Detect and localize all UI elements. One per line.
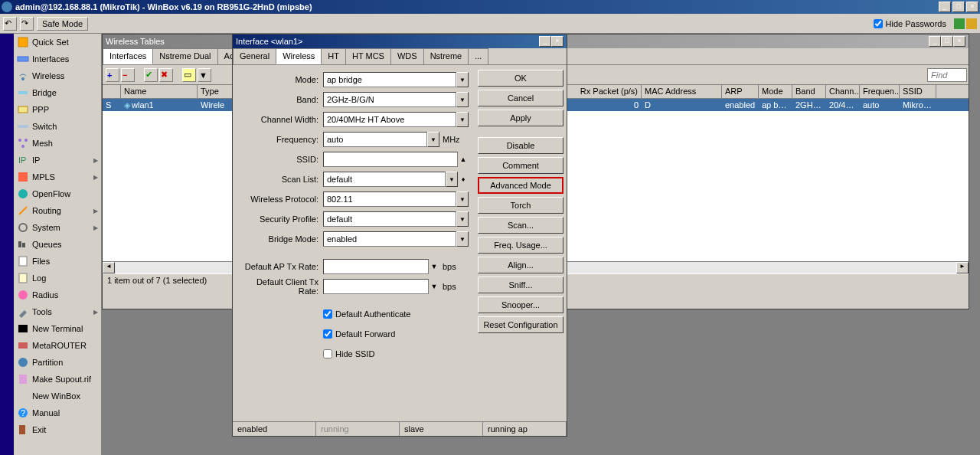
tab-general[interactable]: General <box>233 48 276 64</box>
col-flag[interactable] <box>103 85 121 98</box>
reset-config-button[interactable]: Reset Configuration <box>478 316 564 333</box>
tab-wireless[interactable]: Wireless <box>276 48 322 64</box>
safe-mode-button[interactable]: Safe Mode <box>37 17 88 31</box>
disable-button[interactable]: ✖ <box>159 68 173 82</box>
sidebar-item-system[interactable]: System▶ <box>14 219 101 236</box>
find-input[interactable] <box>927 68 967 82</box>
sidebar-item-wireless[interactable]: Wireless <box>14 67 101 84</box>
align-button[interactable]: Align... <box>478 257 564 273</box>
sidebar-item-new-terminal[interactable]: New Terminal <box>14 320 101 337</box>
maximize-button[interactable]: □ <box>941 36 953 47</box>
sidebar-item-interfaces[interactable]: Interfaces <box>14 51 101 67</box>
tab-interfaces[interactable]: Interfaces <box>103 48 153 64</box>
dialog-title-bar[interactable]: Interface <wlan1> _ × <box>233 34 567 48</box>
dropdown-button[interactable]: ▼ <box>456 231 469 247</box>
torch-button[interactable]: Torch <box>478 197 564 214</box>
sidebar-item-exit[interactable]: Exit <box>14 421 101 438</box>
col-rx-packet[interactable]: Rx Packet (p/s) <box>565 85 642 98</box>
sidebar-item-switch[interactable]: Switch <box>14 118 101 135</box>
scan-button[interactable]: Scan... <box>478 217 564 234</box>
sidebar-item-ppp[interactable]: PPP <box>14 101 101 118</box>
col-band[interactable]: Band <box>792 85 826 98</box>
default-client-tx-input[interactable] <box>323 279 429 294</box>
default-ap-tx-input[interactable] <box>323 259 429 274</box>
frequency-select[interactable]: auto <box>323 132 427 147</box>
sidebar-item-new-winbox[interactable]: New WinBox <box>14 388 101 404</box>
sidebar-item-mesh[interactable]: Mesh <box>14 135 101 152</box>
scan-list-select[interactable]: default <box>323 172 446 187</box>
sidebar-item-tools[interactable]: Tools▶ <box>14 303 101 320</box>
cancel-button[interactable]: Cancel <box>478 90 564 106</box>
sidebar-item-files[interactable]: Files <box>14 253 101 270</box>
mode-select[interactable]: ap bridge <box>323 72 456 87</box>
redo-button[interactable]: ↷ <box>20 17 34 31</box>
sidebar-item-bridge[interactable]: Bridge <box>14 84 101 101</box>
sidebar-item-make-supout[interactable]: Make Supout.rif <box>14 371 101 388</box>
tab-wds[interactable]: WDS <box>390 48 424 64</box>
ssid-input[interactable] <box>323 152 458 167</box>
dropdown-button[interactable]: ▼ <box>456 191 469 207</box>
apply-button[interactable]: Apply <box>478 110 564 126</box>
col-type[interactable]: Type <box>198 85 236 98</box>
hide-passwords-checkbox[interactable]: Hide Passwords <box>874 19 946 28</box>
close-button[interactable]: × <box>966 2 978 12</box>
comment-button[interactable]: ▭ <box>182 68 196 82</box>
sidebar-item-metarouter[interactable]: MetaROUTER <box>14 337 101 354</box>
advanced-mode-button[interactable]: Advanced Mode <box>478 177 564 194</box>
tab-nstreme[interactable]: Nstreme <box>423 48 469 64</box>
sidebar-item-partition[interactable]: Partition <box>14 354 101 371</box>
minimize-button[interactable]: _ <box>539 36 551 47</box>
expand-button[interactable]: ▼ <box>429 281 439 292</box>
add-button[interactable]: + <box>106 68 119 82</box>
maximize-button[interactable]: □ <box>952 2 965 12</box>
sidebar-item-manual[interactable]: ?Manual <box>14 404 101 421</box>
updown-button[interactable]: ♦ <box>458 174 469 185</box>
col-ssid[interactable]: SSID <box>900 85 936 98</box>
bridge-mode-select[interactable]: enabled <box>323 231 456 247</box>
wireless-protocol-select[interactable]: 802.11 <box>323 191 456 207</box>
collapse-button[interactable]: ▲ <box>458 154 469 165</box>
channel-width-select[interactable]: 20/40MHz HT Above <box>323 112 456 127</box>
minimize-button[interactable]: _ <box>929 36 941 47</box>
dropdown-button[interactable]: ▼ <box>427 132 439 147</box>
close-button[interactable]: × <box>551 36 564 47</box>
hide-ssid-checkbox[interactable]: Hide SSID <box>323 349 374 358</box>
sidebar-item-openflow[interactable]: OpenFlow <box>14 185 101 202</box>
dropdown-button[interactable]: ▼ <box>456 112 469 127</box>
enable-button[interactable]: ✔ <box>144 68 158 82</box>
expand-button[interactable]: ▼ <box>429 261 439 272</box>
col-channel[interactable]: Chann... <box>826 85 860 98</box>
dropdown-button[interactable]: ▼ <box>456 72 469 87</box>
default-forward-checkbox[interactable]: Default Forward <box>323 329 395 339</box>
sidebar-item-queues[interactable]: Queues <box>14 236 101 253</box>
tab-ht[interactable]: HT <box>321 48 346 64</box>
minimize-button[interactable]: _ <box>939 2 951 12</box>
tab-more[interactable]: ... <box>468 48 488 64</box>
sidebar-item-ip[interactable]: IPIP▶ <box>14 152 101 169</box>
dropdown-button[interactable]: ▼ <box>446 172 458 187</box>
sidebar-item-mpls[interactable]: MPLS▶ <box>14 169 101 185</box>
col-frequency[interactable]: Frequen... <box>860 85 900 98</box>
ok-button[interactable]: OK <box>478 70 564 87</box>
comment-button[interactable]: Comment <box>478 157 564 174</box>
sidebar-item-log[interactable]: Log <box>14 270 101 286</box>
disable-button[interactable]: Disable <box>478 137 564 154</box>
sidebar-item-routing[interactable]: Routing▶ <box>14 202 101 219</box>
band-select[interactable]: 2GHz-B/G/N <box>323 92 456 107</box>
col-mode[interactable]: Mode <box>759 85 792 98</box>
default-authenticate-checkbox[interactable]: Default Authenticate <box>323 309 410 319</box>
snooper-button[interactable]: Snooper... <box>478 296 564 313</box>
freq-usage-button[interactable]: Freq. Usage... <box>478 237 564 254</box>
undo-button[interactable]: ↶ <box>3 17 17 31</box>
tab-nstreme-dual[interactable]: Nstreme Dual <box>152 48 217 64</box>
col-arp[interactable]: ARP <box>722 85 759 98</box>
sidebar-item-quick-set[interactable]: Quick Set <box>14 34 101 51</box>
filter-button[interactable]: ▼ <box>198 68 211 82</box>
dropdown-button[interactable]: ▼ <box>456 92 469 107</box>
dropdown-button[interactable]: ▼ <box>456 211 469 227</box>
remove-button[interactable]: − <box>121 68 135 82</box>
col-name[interactable]: Name <box>121 85 198 98</box>
sidebar-item-radius[interactable]: Radius <box>14 286 101 303</box>
security-profile-select[interactable]: default <box>323 211 456 227</box>
tab-ht-mcs[interactable]: HT MCS <box>345 48 391 64</box>
